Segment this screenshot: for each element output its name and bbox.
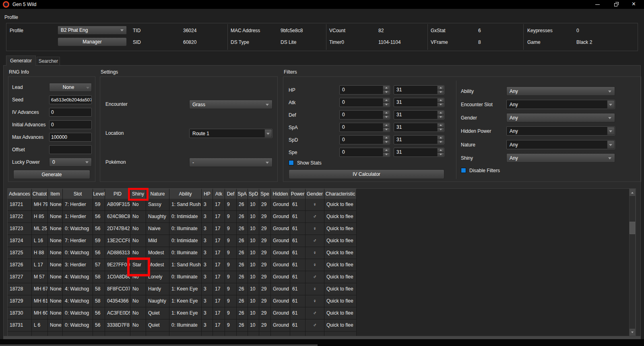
spin-down-button[interactable]: [437, 90, 444, 95]
column-header-hidden[interactable]: Hidden: [271, 189, 290, 199]
spin-down-button[interactable]: [383, 90, 390, 95]
spin-up-button[interactable]: [437, 111, 444, 115]
filter-combobox[interactable]: Any: [506, 113, 615, 122]
column-header-spd[interactable]: SpD: [248, 189, 259, 199]
spin-up-button[interactable]: [383, 136, 390, 140]
spin-down-button[interactable]: [383, 115, 390, 119]
table-row[interactable]: 18725H 88None0: Watchog56AD886313NoModes…: [8, 247, 357, 259]
column-header-nature[interactable]: Nature: [146, 189, 169, 199]
spin-up-button[interactable]: [437, 123, 444, 128]
spin-up-button[interactable]: [437, 86, 444, 90]
spin-down-button[interactable]: [437, 128, 444, 132]
profile-select[interactable]: B2 Phat Eng: [58, 26, 127, 35]
table-row[interactable]: 18723ML 25None0: Watchog562D747B42NoNaiv…: [8, 223, 357, 235]
combobox-dropdown-button[interactable]: [607, 100, 615, 109]
seed-input[interactable]: 6a513e0b204da507: [49, 95, 92, 104]
scrollbar-up-button[interactable]: [630, 189, 635, 196]
lucky-power-combobox[interactable]: 0: [49, 158, 92, 167]
menu-item-profile[interactable]: Profile: [4, 13, 18, 21]
table-row[interactable]: 18722H 85None1: Herdier56624C98C8NoNaugh…: [8, 211, 357, 223]
column-header-pid[interactable]: PID: [105, 189, 130, 199]
iv-min-spinbox[interactable]: 0: [339, 123, 390, 132]
table-row[interactable]: 18724L 16None7: Herdier5913E2CCF8NoMild0…: [8, 235, 357, 247]
table-row[interactable]: 18731L 6None0: Watchog563338D7F8NoQuiet0…: [8, 319, 357, 332]
iv-max-spinbox[interactable]: 31: [394, 148, 444, 157]
iv-max-spinbox[interactable]: 31: [394, 135, 444, 144]
table-row[interactable]: 18728MH 67None4: Watchog588F8FCC07NoHard…: [8, 283, 357, 295]
filter-combobox[interactable]: Any: [506, 153, 615, 163]
spin-up-button[interactable]: [383, 86, 390, 90]
spin-up-button[interactable]: [383, 148, 390, 152]
lead-combobox[interactable]: None: [49, 83, 92, 92]
filter-combobox[interactable]: Any: [506, 126, 615, 136]
iv-min-spinbox[interactable]: 0: [339, 110, 390, 119]
initial-advances-input[interactable]: 0: [49, 120, 92, 129]
spin-down-button[interactable]: [437, 140, 444, 144]
filter-combobox[interactable]: Any: [506, 100, 615, 109]
max-advances-input[interactable]: 100000: [49, 133, 92, 142]
table-vertical-scrollbar[interactable]: [629, 189, 636, 336]
column-header-hp[interactable]: HP: [202, 189, 213, 199]
iv-min-spinbox[interactable]: 0: [339, 148, 390, 157]
filter-combobox[interactable]: Any: [506, 86, 615, 96]
generate-button[interactable]: Generate: [13, 170, 90, 179]
iv-min-spinbox[interactable]: 0: [339, 85, 390, 95]
manager-button[interactable]: Manager: [58, 37, 127, 46]
pokemon-combobox[interactable]: -: [189, 158, 272, 167]
spin-up-button[interactable]: [437, 148, 444, 152]
spin-up-button[interactable]: [437, 136, 444, 140]
spin-down-button[interactable]: [437, 152, 444, 157]
table-row[interactable]: 18730MH 60None0: Watchog56AC3FE0D5NoQuie…: [8, 307, 357, 319]
table-row[interactable]: 18729MH 61None4: Watchog5804354366NoNaug…: [8, 295, 357, 307]
column-header-slot[interactable]: Slot: [63, 189, 93, 199]
column-header-power[interactable]: Power: [290, 189, 305, 199]
iv-min-spinbox[interactable]: 0: [339, 98, 390, 107]
column-header-advances[interactable]: Advances: [8, 189, 32, 199]
disable-filters-checkbox[interactable]: [461, 168, 466, 173]
scrollbar-down-button[interactable]: [630, 329, 635, 336]
column-header-gender[interactable]: Gender: [305, 189, 324, 199]
tab-searcher[interactable]: Searcher: [37, 57, 60, 66]
table-row[interactable]: 18726L 17None3: Herdier579E27FF0DStarMod…: [8, 259, 357, 271]
column-header-item[interactable]: Item: [48, 189, 63, 199]
column-header-def[interactable]: Def: [225, 189, 237, 199]
table-row[interactable]: 18721MH 79None7: Herdier59AB09F315NoSass…: [8, 199, 357, 211]
spin-up-button[interactable]: [383, 111, 390, 115]
spin-down-button[interactable]: [383, 128, 390, 132]
spin-down-button[interactable]: [437, 115, 444, 119]
offset-input[interactable]: [49, 145, 92, 154]
iv-max-spinbox[interactable]: 31: [394, 98, 444, 107]
table-row[interactable]: 18727M 57None4: Watchog581C0A8D8CNoLonel…: [8, 271, 357, 283]
iv-calculator-button[interactable]: IV Calculator: [289, 169, 444, 179]
iv-min-spinbox[interactable]: 0: [339, 135, 390, 144]
close-button[interactable]: ×: [625, 0, 643, 9]
spin-down-button[interactable]: [437, 103, 444, 107]
location-dropdown-button[interactable]: [264, 129, 272, 138]
filter-combobox[interactable]: Any: [506, 140, 615, 149]
maximize-button[interactable]: [607, 0, 625, 9]
spin-up-button[interactable]: [383, 98, 390, 103]
minimize-button[interactable]: [588, 0, 607, 9]
spin-down-button[interactable]: [383, 152, 390, 157]
spin-down-button[interactable]: [383, 103, 390, 107]
iv-max-spinbox[interactable]: 31: [394, 110, 444, 119]
column-header-characteristic[interactable]: Characteristic: [324, 189, 357, 199]
location-combobox[interactable]: Route 1: [189, 129, 272, 138]
spin-up-button[interactable]: [437, 98, 444, 103]
iv-advances-input[interactable]: 0: [49, 108, 92, 117]
encounter-combobox[interactable]: Grass: [189, 100, 272, 109]
tab-generator[interactable]: Generator: [6, 56, 36, 66]
iv-max-spinbox[interactable]: 31: [394, 123, 444, 132]
column-header-level[interactable]: Level: [93, 189, 105, 199]
column-header-spa[interactable]: SpA: [237, 189, 248, 199]
iv-max-spinbox[interactable]: 31: [394, 85, 444, 95]
column-header-chatot[interactable]: Chatot: [32, 189, 48, 199]
spin-down-button[interactable]: [383, 140, 390, 144]
column-header-ability[interactable]: Ability: [169, 189, 202, 199]
column-header-atk[interactable]: Atk: [213, 189, 225, 199]
combobox-dropdown-button[interactable]: [607, 127, 615, 135]
column-header-spe[interactable]: Spe: [259, 189, 271, 199]
combobox-dropdown-button[interactable]: [607, 140, 615, 149]
spin-up-button[interactable]: [383, 123, 390, 128]
show-stats-checkbox[interactable]: [289, 160, 294, 165]
